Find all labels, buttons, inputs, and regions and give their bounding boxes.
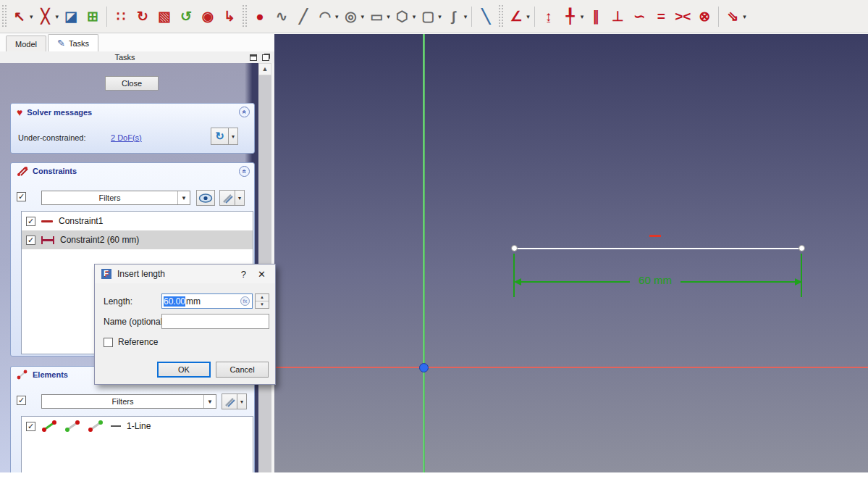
toolbar-handle[interactable] xyxy=(499,5,504,28)
line-start-point[interactable] xyxy=(511,245,518,251)
refresh-dropdown-caret[interactable]: ▾ xyxy=(229,128,238,145)
constraints-settings-caret[interactable]: ▾ xyxy=(235,190,245,206)
dialog-help-button[interactable]: ? xyxy=(238,269,249,280)
show-constraints-button[interactable] xyxy=(196,190,215,206)
name-input[interactable] xyxy=(161,314,269,329)
view-sketch-icon[interactable]: ╳▾ xyxy=(35,4,61,29)
parallel-constraint-icon[interactable]: ∥ xyxy=(585,4,607,29)
dropdown-caret[interactable]: ▾ xyxy=(335,13,339,20)
create-line-icon[interactable]: ╱ xyxy=(292,4,314,29)
dropdown-caret[interactable]: ▾ xyxy=(581,13,584,20)
dropdown-caret[interactable]: ▾ xyxy=(743,13,746,20)
vertical-distance-icon[interactable]: ↨ xyxy=(538,4,560,29)
dimension-arrow-left xyxy=(514,278,521,286)
elements-filter-combo[interactable]: Filters ▼ xyxy=(41,394,216,409)
dropdown-caret[interactable]: ▾ xyxy=(30,13,33,20)
element1-checkbox[interactable]: ✓ xyxy=(26,422,35,431)
constraint-row[interactable]: ✓ Constraint2 (60 mm) xyxy=(22,230,253,249)
dimension-angle-icon[interactable]: ∠▾ xyxy=(505,4,531,29)
collapse-constraints-icon[interactable]: « xyxy=(239,166,250,177)
dimension-extension-line xyxy=(513,254,515,297)
select-redundant-constraints-icon[interactable]: ↻ xyxy=(132,4,153,29)
constraints-filter-checkbox[interactable]: ✓ xyxy=(17,192,26,201)
length-input[interactable]: 60.00 mm fx xyxy=(161,293,253,309)
panel-float-icon[interactable] xyxy=(262,54,269,61)
elements-settings-button[interactable] xyxy=(222,393,237,409)
3d-viewport[interactable]: 60 mm xyxy=(274,34,868,472)
dropdown-caret[interactable]: ▾ xyxy=(413,13,416,20)
elements-section-title: Elements xyxy=(33,370,68,379)
reference-checkbox[interactable] xyxy=(104,338,113,347)
dialog-title: Insert length xyxy=(117,269,232,279)
spin-down-icon[interactable]: ▼ xyxy=(256,301,269,308)
elements-settings-caret[interactable]: ▾ xyxy=(237,393,247,409)
create-polygon-icon[interactable]: ⬡▾ xyxy=(392,4,418,29)
horizontal-vertical-constraint-icon[interactable]: ╀▾ xyxy=(560,4,586,29)
close-task-button[interactable]: Close xyxy=(105,76,159,91)
constraint2-checkbox[interactable]: ✓ xyxy=(26,236,35,245)
sketch-line[interactable] xyxy=(514,248,802,249)
symmetric-constraint-icon[interactable]: >< xyxy=(672,4,694,29)
length-stepper[interactable]: ▲ ▼ xyxy=(255,293,269,309)
toolbar-handle[interactable] xyxy=(2,5,7,28)
dropdown-caret[interactable]: ▾ xyxy=(56,13,59,20)
glyph: ⊗ xyxy=(695,6,714,28)
merge-sketches-icon[interactable]: ⊞ xyxy=(82,4,104,29)
dialog-titlebar[interactable]: Insert length ? ✕ xyxy=(95,265,275,283)
scroll-up-icon[interactable]: ▲ xyxy=(258,63,271,75)
toggle-construction-icon[interactable]: ╲ xyxy=(475,4,497,29)
panel-dock-icon[interactable] xyxy=(250,54,257,61)
select-associated-geometry-icon[interactable]: ∷ xyxy=(110,4,132,29)
constraints-filter-combo[interactable]: Filters ▼ xyxy=(41,191,190,205)
create-polyline-icon[interactable]: ∿ xyxy=(271,4,292,29)
toolbar-handle[interactable] xyxy=(243,5,248,28)
dof-link[interactable]: 2 DoF(s) xyxy=(111,133,142,142)
toggle-driving-constraint-icon[interactable]: ⇘▾ xyxy=(722,4,748,29)
constraint-row[interactable]: ✓ Constraint1 xyxy=(22,212,253,230)
constraints-settings-button[interactable] xyxy=(219,190,235,206)
line-end-point[interactable] xyxy=(799,245,805,251)
dialog-close-icon[interactable]: ✕ xyxy=(255,269,269,280)
block-constraint-icon[interactable]: ⊗ xyxy=(694,4,715,29)
start-point-icon xyxy=(64,420,82,433)
create-point-icon[interactable]: ● xyxy=(249,4,271,29)
collapse-solver-icon[interactable]: « xyxy=(239,107,250,117)
tab-tasks[interactable]: ✎ Tasks xyxy=(48,34,98,51)
create-rectangle-icon[interactable]: ▭▾ xyxy=(366,4,392,29)
dropdown-caret[interactable]: ▾ xyxy=(526,13,530,20)
leave-sketch-icon[interactable]: ↖▾ xyxy=(9,4,35,29)
create-bspline-icon[interactable]: ∫▾ xyxy=(443,4,469,29)
length-unit: mm xyxy=(186,296,201,307)
elements-filter-checkbox[interactable]: ✓ xyxy=(17,396,26,405)
create-circle-icon[interactable]: ◎▾ xyxy=(340,4,366,29)
tangent-constraint-icon[interactable]: ∽ xyxy=(628,4,650,29)
insert-length-dialog: Insert length ? ✕ Length: 60.00 mm fx ▲ … xyxy=(94,264,276,385)
spin-up-icon[interactable]: ▲ xyxy=(256,294,269,301)
create-slot-icon[interactable]: ▢▾ xyxy=(417,4,443,29)
cancel-button[interactable]: Cancel xyxy=(216,362,269,378)
origin-point[interactable] xyxy=(419,363,429,372)
horizontal-constraint-marker[interactable] xyxy=(649,235,661,237)
dropdown-caret[interactable]: ▾ xyxy=(438,13,442,20)
tab-model[interactable]: Model xyxy=(6,36,46,51)
show-internal-geometry-icon[interactable]: ↺ xyxy=(175,4,197,29)
refresh-button[interactable]: ↻ xyxy=(211,128,229,145)
perpendicular-constraint-icon[interactable]: ⊥ xyxy=(607,4,628,29)
element-row[interactable]: ✓ 1-Line xyxy=(22,417,253,436)
dimension-value-label[interactable]: 60 mm xyxy=(630,274,681,286)
dropdown-caret[interactable]: ▾ xyxy=(464,13,468,20)
equal-constraint-icon[interactable]: = xyxy=(650,4,672,29)
dimension-line[interactable] xyxy=(681,281,801,283)
dropdown-caret[interactable]: ▾ xyxy=(387,13,390,20)
rectangular-array-icon[interactable]: ↳ xyxy=(219,4,240,29)
constraint1-checkbox[interactable]: ✓ xyxy=(26,217,35,226)
select-elements-with-dofs-icon[interactable]: ▧ xyxy=(153,4,175,29)
symmetry-icon[interactable]: ◉ xyxy=(197,4,219,29)
view-section-icon[interactable]: ◪ xyxy=(60,4,82,29)
dropdown-caret[interactable]: ▾ xyxy=(361,13,365,20)
ok-button[interactable]: OK xyxy=(157,362,211,378)
solver-icon: ♥ xyxy=(17,107,22,118)
dimension-line[interactable] xyxy=(516,281,630,283)
expression-editor-icon[interactable]: fx xyxy=(240,296,250,306)
create-arc-icon[interactable]: ◠▾ xyxy=(314,4,340,29)
